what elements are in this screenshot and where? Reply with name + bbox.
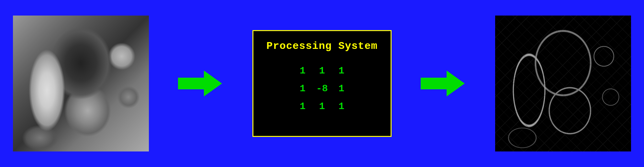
arrow-processing-to-output xyxy=(421,71,466,96)
kernel-cell: 1 xyxy=(293,97,312,115)
kernel-cell: 1 xyxy=(332,62,351,80)
processing-system-box: Processing System 1 1 1 1 -8 1 1 1 1 xyxy=(252,30,392,137)
kernel-cell: 1 xyxy=(293,62,312,80)
kernel-cell: 1 xyxy=(332,97,351,115)
kernel-cell: 1 xyxy=(332,80,351,97)
input-image xyxy=(13,16,149,151)
kernel-cell: 1 xyxy=(312,62,332,80)
arrow-input-to-processing xyxy=(178,71,223,96)
processing-title: Processing System xyxy=(266,40,377,52)
kernel-cell: 1 xyxy=(293,80,312,97)
kernel-cell: -8 xyxy=(312,80,332,97)
output-image xyxy=(495,16,631,151)
convolution-kernel-matrix: 1 1 1 1 -8 1 1 1 1 xyxy=(293,62,351,115)
kernel-cell: 1 xyxy=(312,97,332,115)
